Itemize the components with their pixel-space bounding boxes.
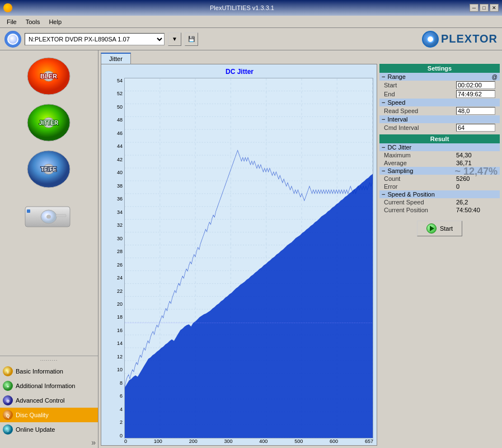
main-layout: BLER JITTER xyxy=(0,50,502,448)
interval-section-header[interactable]: − Interval xyxy=(379,115,500,123)
sampling-section-header[interactable]: − Sampling ~ 12,47% xyxy=(379,167,500,175)
chart-panel: DC Jitter 545250 484644 424038 363432 30… xyxy=(101,64,377,446)
basic-info-label: Basic Information xyxy=(16,368,63,375)
drive-icon-img xyxy=(22,195,76,236)
speed-read-row: Read Speed 48,0 xyxy=(379,106,500,115)
sidebar-item-online-update[interactable]: ↓ Online Update xyxy=(0,422,98,437)
chart-svg-area xyxy=(124,78,373,438)
dc-jitter-avg-label: Average xyxy=(384,160,407,166)
range-start-value[interactable]: 00:02:00 xyxy=(456,81,495,89)
sidebar-expand-arrow[interactable]: » xyxy=(0,437,98,448)
current-pos-row: Current Position 74:50:40 xyxy=(379,206,500,214)
svg-text:TE/FE: TE/FE xyxy=(41,166,57,172)
cmd-interval-label: Cmd Interval xyxy=(384,124,419,131)
interval-collapse-btn[interactable]: − xyxy=(382,116,385,123)
maximize-button[interactable]: □ xyxy=(480,4,489,12)
plextor-logo: PLEXTOR xyxy=(422,31,498,48)
range-start-row: Start 00:02:00 xyxy=(379,81,500,90)
disc-quality-icon: Q xyxy=(2,409,13,421)
y-axis: 545250 484644 424038 363432 302826 24222… xyxy=(106,78,124,438)
jitter-button[interactable]: JITTER xyxy=(18,101,80,143)
drive-select[interactable]: N:PLEXTOR DVDR PX-L890SA 1.07 xyxy=(25,33,165,45)
close-button[interactable]: ✕ xyxy=(490,4,499,12)
read-speed-value[interactable]: 48,0 xyxy=(456,107,495,115)
tefe-disc-icon: TE/FE xyxy=(25,150,73,189)
range-section-header[interactable]: − Range @ xyxy=(379,73,500,81)
title-bar: PlexUTILITIES v1.3.3.1 ─ □ ✕ xyxy=(0,0,502,16)
sidebar-item-additional-info[interactable]: + Additional Information xyxy=(0,379,98,393)
sidebar-nav: ········· i Basic Information + Addition… xyxy=(0,356,98,448)
bler-disc-icon: BLER xyxy=(25,57,73,96)
current-pos-label: Current Position xyxy=(384,207,428,213)
speed-section-header[interactable]: − Speed xyxy=(379,99,500,106)
interval-cmd-row: Cmd Interval 64 xyxy=(379,123,500,132)
sampling-error-row: Error 0 xyxy=(379,183,500,190)
svg-text:⚙: ⚙ xyxy=(6,399,10,403)
settings-panel: Settings − Range @ Start 00:02:00 End 74… xyxy=(379,64,500,446)
current-speed-value: 26,2 xyxy=(456,199,495,206)
sampling-error-value: 0 xyxy=(456,183,495,190)
additional-info-icon: + xyxy=(2,380,13,391)
dc-jitter-max-label: Maximum xyxy=(384,152,411,158)
sidebar-item-basic-info[interactable]: i Basic Information xyxy=(0,364,98,379)
advanced-control-label: Advanced Control xyxy=(16,397,64,404)
cmd-interval-value[interactable]: 64 xyxy=(456,124,495,132)
tab-jitter[interactable]: Jitter xyxy=(101,53,131,64)
dc-jitter-collapse-btn[interactable]: − xyxy=(382,144,385,151)
sidebar-item-disc-quality[interactable]: Q Disc Quality xyxy=(0,408,98,422)
speed-label: Speed xyxy=(387,99,405,106)
tab-bar: Jitter xyxy=(101,53,500,64)
online-update-icon: ↓ xyxy=(2,424,13,435)
drive-scan-button[interactable] xyxy=(18,194,80,236)
sidebar-disc-icons: BLER JITTER xyxy=(0,50,98,356)
result-header: Result xyxy=(379,134,500,143)
start-button[interactable]: Start xyxy=(417,221,462,236)
speed-collapse-btn[interactable]: − xyxy=(382,99,385,106)
speed-position-section-header[interactable]: − Speed & Position xyxy=(379,190,500,198)
plextor-circle-icon xyxy=(422,31,439,48)
range-end-value[interactable]: 74:49:62 xyxy=(456,90,495,98)
menu-bar: File Tools Help xyxy=(0,16,502,28)
basic-info-icon: i xyxy=(2,366,13,377)
range-end-label: End xyxy=(384,91,395,97)
sidebar-dots-top: ········· xyxy=(0,356,98,364)
read-speed-label: Read Speed xyxy=(384,108,418,114)
toolbar: N:PLEXTOR DVDR PX-L890SA 1.07 ▼ 💾 PLEXTO… xyxy=(0,28,502,50)
dc-jitter-max-value: 54,30 xyxy=(456,152,495,158)
svg-text:JITTER: JITTER xyxy=(39,120,59,126)
save-btn[interactable]: 💾 xyxy=(185,32,198,46)
x-axis: 0 100 200 300 400 500 600 657 xyxy=(124,438,373,448)
current-speed-row: Current Speed 26,2 xyxy=(379,198,500,206)
app-title: PlexUTILITIES v1.3.3.1 xyxy=(15,4,470,11)
current-speed-label: Current Speed xyxy=(384,199,424,206)
menu-tools[interactable]: Tools xyxy=(21,17,45,26)
drive-dropdown-btn[interactable]: ▼ xyxy=(168,32,181,46)
chart-title: DC Jitter xyxy=(106,68,373,76)
sidebar-item-advanced-control[interactable]: ⚙ Advanced Control xyxy=(0,393,98,408)
settings-header: Settings xyxy=(379,64,500,73)
minimize-button[interactable]: ─ xyxy=(470,4,478,12)
menu-help[interactable]: Help xyxy=(44,17,66,26)
tefe-button[interactable]: TE/FE xyxy=(18,148,80,190)
speed-pos-collapse-btn[interactable]: − xyxy=(382,191,385,198)
speed-position-label: Speed & Position xyxy=(387,191,434,198)
svg-text:Q: Q xyxy=(6,413,10,418)
sampling-count-label: Count xyxy=(384,175,400,182)
online-update-label: Online Update xyxy=(16,426,55,433)
jitter-disc-icon: JITTER xyxy=(25,103,73,142)
menu-file[interactable]: File xyxy=(2,17,21,26)
sampling-collapse-btn[interactable]: − xyxy=(382,167,385,174)
at-symbol: @ xyxy=(492,74,498,80)
range-label: Range xyxy=(387,73,405,80)
svg-text:+: + xyxy=(7,384,10,389)
range-collapse-btn[interactable]: − xyxy=(382,73,385,80)
advanced-control-icon: ⚙ xyxy=(2,395,13,406)
svg-point-14 xyxy=(46,214,51,218)
dc-jitter-label: DC Jitter xyxy=(387,144,411,151)
bler-button[interactable]: BLER xyxy=(18,55,80,97)
interval-label: Interval xyxy=(387,116,407,123)
dc-jitter-section-header[interactable]: − DC Jitter xyxy=(379,143,500,151)
drive-icon xyxy=(4,31,21,48)
disc-quality-label: Disc Quality xyxy=(16,412,49,418)
big-percent: ~ 12,47% xyxy=(454,166,498,178)
